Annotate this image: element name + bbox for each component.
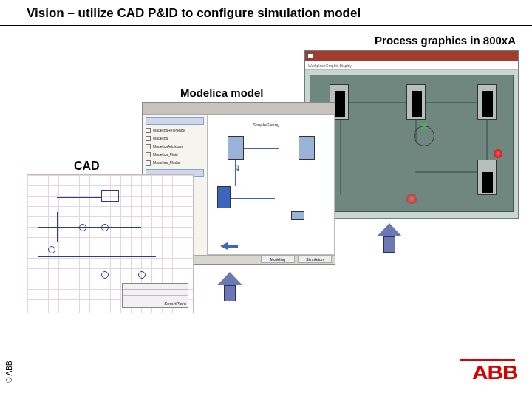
- tank-block-icon: [299, 136, 315, 160]
- package-item: ModelicaAdditions: [146, 143, 204, 150]
- transfer-symbol-icon: ↧: [235, 164, 241, 172]
- tank-icon: [477, 160, 497, 195]
- tab-modeling[interactable]: Modeling: [261, 256, 295, 263]
- tab-simulation[interactable]: Simulation: [298, 256, 332, 263]
- cad-pipe-line: [38, 256, 156, 257]
- tank-block-icon: [228, 136, 244, 160]
- package-item: Modelica_Fluid: [146, 151, 204, 158]
- cad-block-icon: [101, 190, 119, 202]
- instrument-bubble-icon: [138, 271, 146, 279]
- tank-icon: [406, 84, 426, 120]
- pipe: [349, 102, 406, 103]
- sidebar-header: [146, 117, 204, 125]
- cad-pipe-line: [57, 197, 101, 198]
- pipe: [340, 120, 341, 194]
- cad-pipe-line: [57, 212, 58, 242]
- label-process-graphics: Process graphics in 800xA: [375, 34, 516, 47]
- label-modelica-model: Modelica model: [180, 86, 264, 99]
- alarm-indicator-icon: [494, 149, 502, 158]
- abb-logo: ABB: [472, 361, 517, 384]
- label-cad: CAD: [74, 160, 100, 173]
- slide-title: Vision – utilize CAD P&ID to configure s…: [27, 6, 361, 21]
- connector-line: [244, 148, 279, 149]
- logo-divider: [460, 359, 515, 361]
- instrument-bubble-icon: [48, 246, 55, 253]
- component-block-icon: [217, 186, 231, 208]
- pipe: [415, 171, 482, 173]
- cad-pipe-line: [72, 249, 72, 286]
- title-divider: [0, 25, 532, 26]
- panel-cad: SmartPlant: [27, 174, 194, 313]
- flow-arrow-modelica-to-800xa-icon: [377, 223, 402, 253]
- modelica-diagram-canvas: SimpleGenny ↧: [208, 115, 335, 255]
- copyright-text: © ABB: [5, 361, 13, 383]
- diagram-label: SimpleGenny: [253, 123, 279, 127]
- flow-arrow-icon: [220, 242, 228, 250]
- cad-vendor-label: SmartPlant: [164, 301, 186, 306]
- process-graphic-canvas: ✕: [310, 75, 514, 212]
- pump-icon: [406, 194, 417, 204]
- window-toolbar: WorkplaceGraphic Display: [305, 61, 518, 70]
- package-item: Modelica_Media: [146, 159, 204, 166]
- package-item: ModelicaReference: [146, 126, 204, 134]
- instrument-bubble-icon: [79, 224, 86, 231]
- pipe: [486, 120, 488, 164]
- package-item: Modelica: [146, 134, 204, 142]
- flow-arrow-cad-to-modelica-icon: [217, 272, 242, 301]
- instrument-bubble-icon: [101, 271, 109, 279]
- pipe: [426, 102, 477, 103]
- cad-pipe-line: [38, 227, 141, 228]
- instrument-bubble-icon: [101, 224, 109, 231]
- window-titlebar: [305, 51, 518, 61]
- modelica-menubar: [143, 103, 335, 115]
- tank-icon: [477, 84, 497, 120]
- cad-title-block: SmartPlant: [122, 283, 188, 308]
- connector-line: [231, 198, 275, 199]
- panel-800xa: WorkplaceGraphic Display ✕: [304, 50, 519, 219]
- window-icon: [307, 53, 313, 59]
- highlight-circle: [414, 126, 434, 146]
- component-block-icon: [291, 211, 304, 220]
